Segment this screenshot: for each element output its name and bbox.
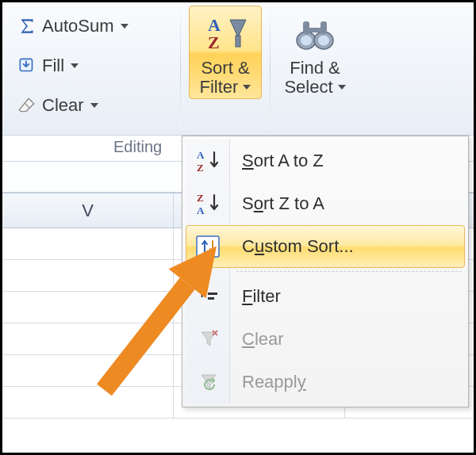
editing-group: AutoSum Fill Clear Editing [2, 2, 177, 135]
menu-item-label: Filter [242, 286, 281, 307]
clear-label: Clear [42, 95, 84, 116]
column-header-label: V [82, 201, 94, 221]
sort-az-icon: A Z [194, 147, 223, 175]
svg-text:Z: Z [208, 32, 220, 52]
ribbon-separator [270, 7, 271, 130]
chevron-down-icon [243, 85, 251, 90]
column-header[interactable]: V [2, 193, 174, 228]
chevron-down-icon [71, 63, 79, 68]
chevron-down-icon [121, 24, 129, 29]
svg-text:Z: Z [197, 192, 204, 204]
clear-filter-icon [194, 325, 223, 354]
svg-rect-8 [303, 21, 309, 34]
sort-filter-label: Sort & Filter [200, 59, 251, 97]
autosum-label: AutoSum [42, 16, 114, 36]
cell[interactable] [2, 323, 174, 354]
svg-text:Y: Y [198, 287, 206, 300]
menu-item-label: Reapply [242, 372, 306, 392]
sort-za-icon: Z A [194, 189, 223, 218]
menu-item-clear: Clear [186, 318, 465, 361]
cell[interactable] [2, 260, 174, 291]
svg-rect-10 [309, 28, 321, 32]
svg-rect-17 [208, 292, 217, 295]
svg-text:Z: Z [197, 162, 204, 174]
cell[interactable] [2, 355, 174, 386]
svg-rect-18 [208, 297, 214, 300]
binoculars-icon [293, 11, 337, 57]
cell[interactable] [2, 387, 174, 418]
ribbon-separator [180, 7, 181, 130]
menu-item-label: Sort Z to A [242, 193, 324, 214]
menu-item-reapply: Reapply [186, 361, 465, 403]
menu-item-label: SSort A to Zort A to Z [242, 151, 324, 171]
sort-filter-label-line2: Filter [200, 78, 239, 97]
chevron-down-icon [338, 85, 346, 90]
autosum-button[interactable]: AutoSum [12, 9, 172, 44]
menu-item-filter[interactable]: Y Filter [186, 275, 465, 318]
svg-text:A: A [197, 149, 205, 161]
sigma-icon [17, 16, 37, 36]
svg-point-7 [318, 36, 329, 46]
chevron-down-icon [90, 103, 98, 108]
svg-rect-3 [236, 36, 240, 47]
sort-filter-group: A Z Sort & Filter [184, 2, 267, 135]
menu-item-label: Custom Sort... [242, 236, 354, 257]
menu-item-sort-az[interactable]: A Z SSort A to Zort A to Z [186, 140, 465, 182]
menu-item-sort-za[interactable]: Z A Sort Z to A [186, 182, 465, 225]
cell[interactable] [2, 228, 174, 259]
clear-button[interactable]: Clear [12, 88, 172, 123]
cell[interactable] [2, 292, 174, 323]
menu-item-custom-sort[interactable]: Custom Sort... [186, 225, 465, 268]
find-select-group: Find & Select [274, 2, 361, 135]
fill-label: Fill [42, 55, 64, 76]
menu-divider [236, 271, 462, 272]
group-caption-editing: Editing [113, 138, 162, 156]
filter-icon: Y [194, 282, 223, 311]
svg-rect-9 [321, 21, 327, 34]
find-select-label-line2: Select [284, 78, 332, 97]
fill-icon [17, 55, 37, 76]
eraser-icon [17, 95, 37, 116]
sort-filter-button[interactable]: A Z Sort & Filter [189, 6, 262, 99]
custom-sort-icon [194, 232, 223, 261]
svg-point-6 [301, 36, 312, 46]
svg-text:A: A [197, 205, 205, 216]
menu-item-label: Clear [242, 329, 284, 350]
find-select-label-line1: Find & [284, 59, 345, 78]
sort-filter-dropdown: A Z SSort A to Zort A to Z Z A Sort Z to… [182, 136, 469, 407]
reapply-icon [194, 368, 223, 396]
find-select-button[interactable]: Find & Select [278, 6, 351, 99]
svg-rect-15 [197, 236, 219, 257]
ribbon: AutoSum Fill Clear Editing [2, 2, 474, 136]
sort-filter-label-line1: Sort & [200, 59, 251, 78]
fill-button[interactable]: Fill [12, 48, 172, 83]
sort-filter-icon: A Z [203, 11, 248, 57]
find-select-label: Find & Select [284, 59, 345, 97]
